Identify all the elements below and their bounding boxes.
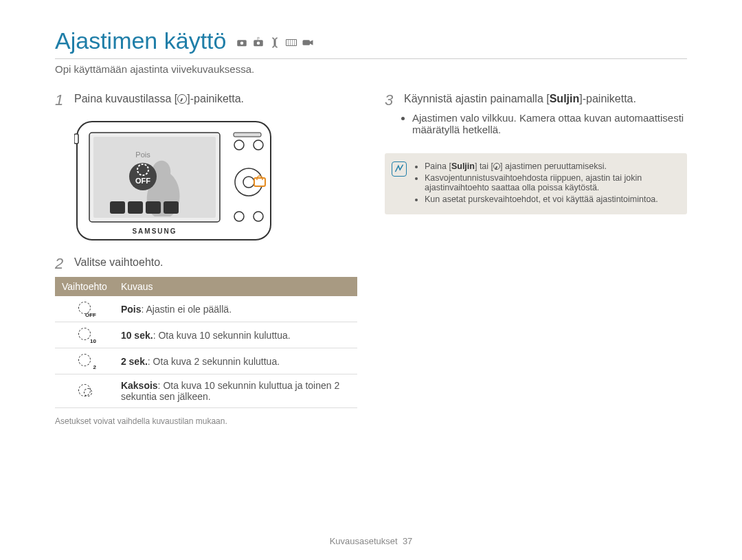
svg-point-16 [234, 140, 244, 150]
page-footer: Kuvausasetukset 37 [0, 536, 742, 546]
step-1-text: Paina kuvaustilassa []-painiketta. [74, 93, 244, 108]
note-item: Kun asetat purskevaihtoehdot, et voi käy… [425, 194, 677, 204]
timer-icon [493, 163, 500, 170]
svg-point-22 [234, 212, 244, 221]
table-footnote: Asetukset voivat vaihdella kuvaustilan m… [55, 416, 357, 426]
svg-rect-13 [128, 201, 143, 214]
step-3-bullets: Ajastimen valo vilkkuu. Kamera ottaa kuv… [403, 112, 687, 135]
svg-point-17 [254, 140, 263, 150]
mode-movie-icon [302, 36, 314, 49]
step-number: 3 [385, 93, 397, 108]
timer-off-icon: OFF [78, 302, 91, 314]
opt-desc: Pois: Ajastin ei ole päällä. [114, 296, 357, 322]
svg-point-20 [243, 177, 254, 188]
mode-scene-icon [285, 36, 297, 49]
opt-desc: 2 sek.: Ota kuva 2 sekunnin kuluttua. [114, 348, 357, 374]
step-2-text: Valitse vaihtoehto. [74, 256, 164, 271]
timer-2-icon: 2 [78, 354, 91, 366]
opt-desc: Kaksois: Ota kuva 10 sekunnin kuluttua j… [114, 374, 357, 408]
step-number: 1 [55, 93, 67, 108]
bullet-item: Ajastimen valo vilkkuu. Kamera ottaa kuv… [412, 112, 687, 135]
title-row: Ajastimen käyttö P [55, 27, 687, 59]
timer-10-icon: 10 [78, 328, 91, 340]
table-row: Kaksois: Ota kuva 10 sekunnin kuluttua j… [55, 374, 357, 408]
timer-icon [177, 94, 187, 104]
svg-rect-21 [254, 178, 265, 186]
svg-rect-24 [74, 134, 78, 144]
mode-dis-icon [269, 36, 281, 49]
step-1: 1 Paina kuvaustilassa []-painiketta. [55, 93, 357, 108]
options-table: Vaihtoehto Kuvaus OFF Pois: Ajastin ei o… [55, 277, 357, 408]
svg-text:P: P [258, 36, 260, 41]
svg-rect-15 [164, 201, 179, 214]
page-subtitle: Opi käyttämään ajastinta viivekuvauksess… [55, 63, 687, 75]
table-row: OFF Pois: Ajastin ei ole päällä. [55, 296, 357, 322]
svg-rect-12 [110, 201, 125, 214]
svg-rect-6 [303, 40, 311, 45]
svg-point-1 [240, 42, 244, 45]
note-info-icon [392, 161, 407, 177]
step-3-text: Käynnistä ajastin painamalla [Suljin]-pa… [404, 93, 636, 108]
mode-program-icon: P [252, 36, 265, 49]
note-box: Paina [Suljin] tai [] ajastimen peruutta… [385, 153, 687, 214]
svg-point-23 [254, 212, 263, 221]
col-option: Vaihtoehto [55, 277, 114, 296]
timer-double-icon [78, 384, 91, 396]
step-2: 2 Valitse vaihtoehto. [55, 256, 357, 271]
svg-rect-5 [286, 40, 297, 46]
table-row: 10 10 sek.: Ota kuva 10 sekunnin kuluttu… [55, 322, 357, 348]
page-title: Ajastimen käyttö [55, 27, 226, 54]
note-item: Paina [Suljin] tai [] ajastimen peruutta… [425, 161, 677, 171]
svg-rect-14 [146, 201, 161, 214]
mode-smart-icon [236, 36, 248, 49]
table-row: 2 2 sek.: Ota kuva 2 sekunnin kuluttua. [55, 348, 357, 374]
note-item: Kasvojentunnistusvaihtoehdosta riippuen,… [425, 173, 677, 192]
mode-icons: P [236, 36, 314, 49]
opt-desc: 10 sek.: Ota kuva 10 sekunnin kuluttua. [114, 322, 357, 348]
col-desc: Kuvaus [114, 277, 357, 296]
camera-illustration: OFF Pois [74, 113, 357, 244]
step-3: 3 Käynnistä ajastin painamalla [Suljin]-… [385, 93, 687, 108]
screen-pois-label: Pois [135, 150, 150, 159]
camera-brand: SAMSUNG [132, 227, 177, 235]
svg-point-3 [257, 42, 260, 45]
svg-rect-18 [234, 133, 261, 137]
screen-off-label: OFF [135, 177, 150, 185]
step-number: 2 [55, 256, 67, 271]
